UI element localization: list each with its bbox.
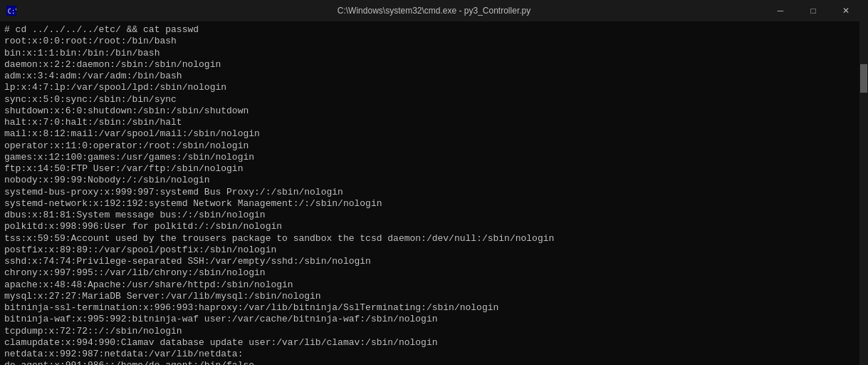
- scrollbar-thumb[interactable]: [860, 64, 867, 93]
- terminal-line: lp:x:4:7:lp:/var/spool/lpd:/sbin/nologin: [4, 82, 855, 93]
- terminal-line: bin:x:1:1:bin:/bin:/bin/bash: [4, 48, 855, 59]
- window: C:\ C:\Windows\system32\cmd.exe - py3_Co…: [0, 0, 868, 365]
- terminal-line: systemd-bus-proxy:x:999:997:systemd Bus …: [4, 187, 855, 198]
- terminal-line: sync:x:5:0:sync:/sbin:/bin/sync: [4, 94, 855, 106]
- terminal-line: adm:x:3:4:adm:/var/adm:/bin/bash: [4, 71, 855, 82]
- scrollbar[interactable]: [859, 21, 868, 365]
- terminal-line: bitninja-ssl-termination:x:996:993:hapro…: [4, 302, 855, 314]
- terminal-line: netdata:x:992:987:netdata:/var/lib/netda…: [4, 349, 855, 360]
- terminal-line: dbus:x:81:81:System message bus:/:/sbin/…: [4, 210, 855, 221]
- maximize-button[interactable]: □: [797, 0, 830, 21]
- terminal-line: daemon:x:2:2:daemon:/sbin:/sbin/nologin: [4, 59, 855, 71]
- terminal-line: operator:x:11:0:operator:/root:/sbin/nol…: [4, 140, 855, 152]
- terminal-line: nobody:x:99:99:Nobody:/:/sbin/nologin: [4, 175, 855, 186]
- terminal-line: systemd-network:x:192:192:systemd Networ…: [4, 198, 855, 210]
- terminal-line: polkitd:x:998:996:User for polkitd:/:/sb…: [4, 221, 855, 232]
- terminal-line: shutdown:x:6:0:shutdown:/sbin:/sbin/shut…: [4, 106, 855, 117]
- close-button[interactable]: ✕: [830, 0, 862, 21]
- terminal-line: sshd:x:74:74:Privilege-separated SSH:/va…: [4, 256, 855, 267]
- terminal-line: tcpdump:x:72:72::/:/sbin/nologin: [4, 326, 855, 337]
- terminal-line: apache:x:48:48:Apache:/usr/share/httpd:/…: [4, 279, 855, 291]
- window-controls: ─ □ ✕: [764, 0, 862, 21]
- terminal-line: tss:x:59:59:Account used by the trousers…: [4, 233, 855, 245]
- terminal-line: bitninja-waf:x:995:992:bitninja-waf user…: [4, 314, 855, 325]
- minimize-button[interactable]: ─: [764, 0, 797, 21]
- svg-text:C:\: C:\: [8, 8, 16, 15]
- cmd-icon: C:\: [6, 5, 17, 16]
- terminal-line: mysql:x:27:27:MariaDB Server:/var/lib/my…: [4, 291, 855, 302]
- terminal-line: halt:x:7:0:halt:/sbin:/sbin/halt: [4, 117, 855, 128]
- window-title: C:\Windows\system32\cmd.exe - py3_Contro…: [0, 6, 868, 16]
- terminal-line: mail:x:8:12:mail:/var/spool/mail:/sbin/n…: [4, 128, 855, 140]
- terminal-line: root:x:0:0:root:/root:/bin/bash: [4, 36, 855, 47]
- terminal-output[interactable]: # cd ../../../../etc/ && cat passwdroot:…: [0, 21, 859, 365]
- content-area: # cd ../../../../etc/ && cat passwdroot:…: [0, 21, 868, 365]
- terminal-line: clamupdate:x:994:990:Clamav database upd…: [4, 337, 855, 349]
- terminal-line: ftp:x:14:50:FTP User:/var/ftp:/sbin/nolo…: [4, 163, 855, 175]
- terminal-line: games:x:12:100:games:/usr/games:/sbin/no…: [4, 152, 855, 163]
- terminal-line: do-agent:x:991:986::/home/do-agent:/bin/…: [4, 360, 855, 365]
- terminal-line: chrony:x:997:995::/var/lib/chrony:/sbin/…: [4, 267, 855, 279]
- titlebar: C:\ C:\Windows\system32\cmd.exe - py3_Co…: [0, 0, 868, 21]
- terminal-line: postfix:x:89:89::/var/spool/postfix:/sbi…: [4, 245, 855, 256]
- terminal-line: # cd ../../../../etc/ && cat passwd: [4, 24, 855, 36]
